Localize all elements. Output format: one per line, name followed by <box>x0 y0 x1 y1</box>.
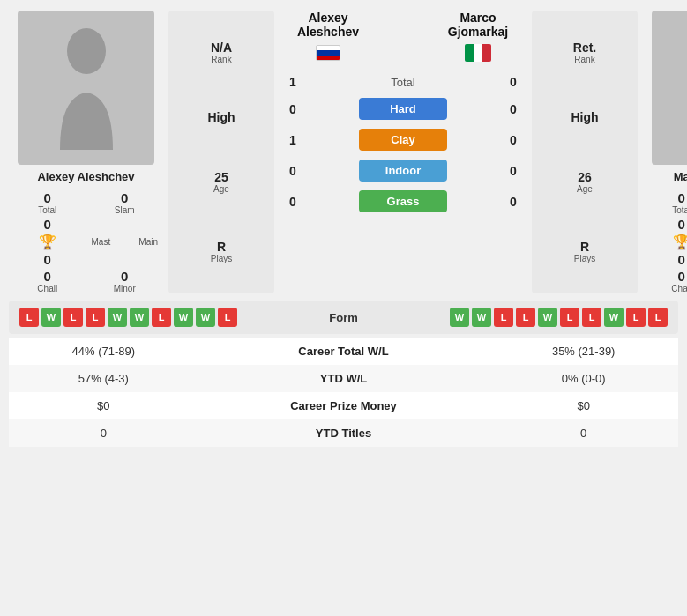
stat-right-value: 35% (21-39) <box>489 338 678 365</box>
right-trophy-icon: 🏆 <box>673 234 687 250</box>
left-player-silhouette <box>51 26 122 150</box>
left-mast-value: 0 <box>44 217 51 232</box>
right-rank-block: Ret. Rank <box>573 41 596 64</box>
total-row: 1 Total 0 <box>280 75 526 89</box>
hard-button[interactable]: Hard <box>359 98 447 120</box>
stat-center-label: YTD W/L <box>198 365 489 392</box>
form-label: Form <box>309 311 379 324</box>
right-form-badge: W <box>450 308 469 327</box>
left-form-badge: W <box>41 308 61 327</box>
right-form-badge: L <box>494 308 513 327</box>
grass-button[interactable]: Grass <box>359 190 447 212</box>
left-high-value: High <box>207 110 235 124</box>
stats-row: $0Career Prize Money$0 <box>9 392 678 419</box>
right-age-label: Age <box>577 184 593 194</box>
left-rank-label: Rank <box>211 55 231 64</box>
stats-row: 57% (4-3)YTD W/L0% (0-0) <box>9 365 678 392</box>
right-player-card: Marco Gjomarkaj 0 Total 0 Slam 0 🏆 0 Mas… <box>643 11 687 293</box>
right-form-badge: L <box>626 308 646 327</box>
right-high-block: High <box>571 110 598 124</box>
stat-right-value: $0 <box>489 392 678 419</box>
left-plays-label: Plays <box>211 254 232 263</box>
right-info-panel: Ret. Rank High 26 Age R Plays <box>532 11 638 293</box>
right-player-photo <box>652 11 687 165</box>
right-main-value: 0 <box>678 252 685 267</box>
left-form-badges: LWLLWWLWWL <box>19 308 309 327</box>
grass-right: 0 <box>500 195 526 209</box>
italy-flag <box>465 44 491 62</box>
hard-row: 0 Hard 0 <box>280 98 526 120</box>
stat-right-value: 0 <box>489 419 678 447</box>
right-flag-container <box>429 44 526 62</box>
left-form-badge: W <box>174 308 193 327</box>
clay-left: 1 <box>280 133 306 147</box>
left-chall-label: Chall <box>37 284 57 293</box>
right-form-badges: WWLLWLLWLL <box>379 308 668 327</box>
left-mast-cell: 0 🏆 0 <box>12 217 83 267</box>
stat-center-label: Career Prize Money <box>198 392 489 419</box>
left-total-value: 0 <box>44 190 51 205</box>
hard-left: 0 <box>280 102 306 116</box>
right-total-value: 0 <box>678 190 685 205</box>
left-player-photo <box>18 11 154 165</box>
right-total-cell: 0 Total <box>646 190 687 215</box>
left-minor-label: Minor <box>114 284 136 293</box>
clay-button[interactable]: Clay <box>359 129 447 151</box>
right-mast-cell: 0 🏆 0 <box>646 217 687 267</box>
left-mast-label: Mast <box>92 237 111 247</box>
right-plays-label: Plays <box>574 254 595 263</box>
right-player-name: Marco Gjomarkaj <box>674 170 687 183</box>
left-age-label: Age <box>213 184 229 194</box>
total-label: Total <box>359 76 447 89</box>
right-total-label: Total <box>672 205 687 215</box>
left-age-block: 25 Age <box>213 170 229 194</box>
right-chall-cell: 0 Chall <box>646 269 687 293</box>
indoor-button[interactable]: Indoor <box>359 160 447 182</box>
left-chall-cell: 0 Chall <box>12 269 83 293</box>
right-plays-value: R <box>580 240 589 254</box>
left-flag-container <box>280 45 377 61</box>
left-form-badge: L <box>19 308 39 327</box>
right-chall-label: Chall <box>671 284 687 293</box>
grass-left: 0 <box>280 195 306 209</box>
right-age-value: 26 <box>578 170 592 184</box>
left-info-panel: N/A Rank High 25 Age R Plays <box>168 11 274 293</box>
form-row: LWLLWWLWWL Form WWLLWLLWLL <box>9 301 678 334</box>
clay-right: 0 <box>500 133 526 147</box>
right-form-badge: W <box>604 308 624 327</box>
russia-flag <box>316 45 340 61</box>
hard-right: 0 <box>500 102 526 116</box>
stats-row: 44% (71-89)Career Total W/L35% (21-39) <box>9 338 678 365</box>
stats-row: 0YTD Titles0 <box>9 419 678 447</box>
stat-right-value: 0% (0-0) <box>489 365 678 392</box>
right-age-block: 26 Age <box>577 170 593 194</box>
left-age-value: 25 <box>214 170 228 184</box>
left-form-badge: L <box>218 308 237 327</box>
left-form-badge: L <box>152 308 171 327</box>
stat-left-value: 57% (4-3) <box>9 365 198 392</box>
left-plays-value: R <box>217 240 226 254</box>
right-plays-block: R Plays <box>574 240 595 263</box>
left-chall-value: 0 <box>44 269 51 284</box>
total-right: 0 <box>500 75 526 89</box>
left-minor-cell: 0 Minor <box>90 269 161 293</box>
indoor-left: 0 <box>280 164 306 178</box>
left-trophy-icon: 🏆 <box>39 234 56 250</box>
left-mast-label-cell: Mast Main <box>90 217 161 267</box>
right-rank-value: Ret. <box>573 41 596 55</box>
right-chall-value: 0 <box>678 269 685 284</box>
right-mast-value: 0 <box>678 217 685 232</box>
left-rank-value: N/A <box>211 41 232 55</box>
stats-table: 44% (71-89)Career Total W/L35% (21-39)57… <box>9 338 678 447</box>
left-main-value: 0 <box>44 252 51 267</box>
indoor-right: 0 <box>500 164 526 178</box>
left-minor-value: 0 <box>121 269 128 284</box>
stat-left-value: 44% (71-89) <box>9 338 198 365</box>
center-column: Alexey Aleshchev Marco Gjomarkaj <box>280 11 526 293</box>
svg-point-0 <box>67 28 106 74</box>
total-left: 1 <box>280 75 306 89</box>
left-form-badge: L <box>86 308 105 327</box>
stat-left-value: $0 <box>9 392 198 419</box>
left-player-name: Alexey Aleshchev <box>37 170 134 183</box>
right-form-badge: W <box>538 308 557 327</box>
